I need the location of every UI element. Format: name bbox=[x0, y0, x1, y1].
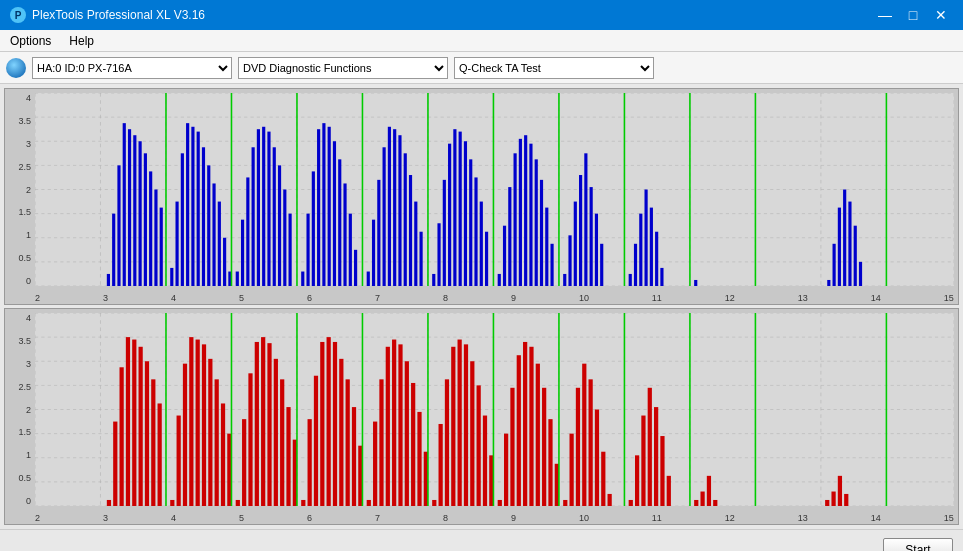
svg-rect-69 bbox=[349, 214, 352, 286]
svg-rect-80 bbox=[409, 175, 412, 286]
svg-rect-179 bbox=[236, 500, 240, 506]
svg-rect-187 bbox=[286, 407, 290, 506]
svg-rect-238 bbox=[589, 379, 593, 506]
test-select[interactable]: Q-Check TA Test bbox=[454, 57, 654, 79]
svg-rect-207 bbox=[405, 361, 409, 506]
svg-rect-25 bbox=[117, 165, 120, 286]
svg-rect-259 bbox=[844, 494, 848, 506]
svg-rect-169 bbox=[177, 416, 181, 506]
svg-rect-85 bbox=[437, 223, 440, 286]
bottom-chart-x-labels: 2 3 4 5 6 7 8 9 10 11 12 13 14 15 bbox=[35, 513, 954, 523]
svg-rect-185 bbox=[274, 359, 278, 506]
function-select[interactable]: DVD Diagnostic Functions bbox=[238, 57, 448, 79]
close-button[interactable]: ✕ bbox=[929, 5, 953, 25]
svg-rect-194 bbox=[327, 337, 331, 506]
svg-rect-247 bbox=[654, 407, 658, 506]
svg-rect-191 bbox=[308, 419, 312, 506]
svg-rect-171 bbox=[189, 337, 193, 506]
svg-rect-30 bbox=[144, 153, 147, 286]
svg-rect-24 bbox=[112, 214, 115, 286]
title-bar-left: P PlexTools Professional XL V3.16 bbox=[10, 7, 205, 23]
svg-rect-45 bbox=[223, 238, 226, 286]
svg-rect-218 bbox=[470, 361, 474, 506]
svg-rect-93 bbox=[480, 202, 483, 286]
start-button[interactable]: Start bbox=[883, 538, 953, 552]
bottom-chart: 4 3.5 3 2.5 2 1.5 1 0.5 0 bbox=[4, 308, 959, 525]
svg-rect-215 bbox=[451, 347, 455, 506]
svg-rect-190 bbox=[301, 500, 305, 506]
svg-rect-174 bbox=[208, 359, 212, 506]
svg-rect-132 bbox=[854, 226, 857, 286]
app-title: PlexTools Professional XL V3.16 bbox=[32, 8, 205, 22]
svg-rect-196 bbox=[339, 359, 343, 506]
svg-rect-119 bbox=[639, 214, 642, 286]
svg-rect-164 bbox=[145, 361, 149, 506]
svg-rect-209 bbox=[417, 412, 421, 506]
svg-rect-176 bbox=[221, 403, 225, 506]
svg-rect-230 bbox=[542, 388, 546, 506]
svg-rect-36 bbox=[175, 202, 178, 286]
svg-rect-39 bbox=[191, 127, 194, 286]
svg-rect-241 bbox=[608, 494, 612, 506]
svg-rect-105 bbox=[545, 208, 548, 286]
svg-rect-50 bbox=[246, 177, 249, 286]
svg-rect-114 bbox=[595, 214, 598, 286]
svg-rect-161 bbox=[126, 337, 130, 506]
svg-rect-89 bbox=[459, 132, 462, 286]
status-section: Jitter: 3 Peak Shift: bbox=[0, 529, 963, 551]
svg-rect-43 bbox=[212, 183, 215, 286]
svg-rect-29 bbox=[139, 141, 142, 286]
maximize-button[interactable]: □ bbox=[901, 5, 925, 25]
svg-rect-91 bbox=[469, 159, 472, 286]
menu-options[interactable]: Options bbox=[6, 32, 55, 50]
svg-rect-65 bbox=[328, 127, 331, 286]
svg-rect-28 bbox=[133, 135, 136, 286]
svg-rect-219 bbox=[477, 385, 481, 506]
top-chart-x-labels: 2 3 4 5 6 7 8 9 10 11 12 13 14 15 bbox=[35, 293, 954, 303]
svg-rect-63 bbox=[317, 129, 320, 286]
svg-rect-239 bbox=[595, 410, 599, 507]
svg-rect-163 bbox=[139, 347, 143, 506]
svg-rect-172 bbox=[196, 340, 200, 506]
svg-rect-183 bbox=[261, 337, 265, 506]
svg-rect-41 bbox=[202, 147, 205, 286]
svg-rect-35 bbox=[170, 268, 173, 286]
svg-rect-68 bbox=[343, 183, 346, 286]
svg-rect-131 bbox=[848, 202, 851, 286]
svg-rect-49 bbox=[241, 220, 244, 286]
svg-rect-54 bbox=[267, 132, 270, 286]
device-icon bbox=[6, 58, 26, 78]
svg-rect-32 bbox=[154, 190, 157, 287]
svg-rect-57 bbox=[283, 190, 286, 287]
svg-rect-104 bbox=[540, 180, 543, 286]
svg-rect-76 bbox=[388, 127, 391, 286]
svg-rect-88 bbox=[453, 129, 456, 286]
svg-rect-37 bbox=[181, 153, 184, 286]
svg-rect-74 bbox=[377, 180, 380, 286]
menu-help[interactable]: Help bbox=[65, 32, 98, 50]
svg-rect-128 bbox=[833, 244, 836, 286]
top-chart-y-labels: 4 3.5 3 2.5 2 1.5 1 0.5 0 bbox=[7, 93, 33, 286]
svg-rect-55 bbox=[273, 147, 276, 286]
svg-rect-208 bbox=[411, 383, 415, 506]
svg-rect-246 bbox=[648, 388, 652, 506]
bottom-chart-svg bbox=[35, 313, 954, 506]
svg-rect-197 bbox=[346, 379, 350, 506]
svg-rect-42 bbox=[207, 165, 210, 286]
svg-rect-101 bbox=[524, 135, 527, 286]
svg-rect-198 bbox=[352, 407, 356, 506]
top-chart-inner bbox=[35, 93, 954, 286]
svg-rect-175 bbox=[215, 379, 219, 506]
svg-rect-180 bbox=[242, 419, 246, 506]
svg-rect-26 bbox=[123, 123, 126, 286]
svg-rect-226 bbox=[517, 355, 521, 506]
minimize-button[interactable]: — bbox=[873, 5, 897, 25]
svg-rect-235 bbox=[569, 434, 573, 506]
device-select[interactable]: HA:0 ID:0 PX-716A bbox=[32, 57, 232, 79]
svg-rect-224 bbox=[504, 434, 508, 506]
main-content: 4 3.5 3 2.5 2 1.5 1 0.5 0 bbox=[0, 84, 963, 529]
window-controls: — □ ✕ bbox=[873, 5, 953, 25]
svg-rect-252 bbox=[700, 492, 704, 506]
app-icon: P bbox=[10, 7, 26, 23]
svg-rect-70 bbox=[354, 250, 357, 286]
